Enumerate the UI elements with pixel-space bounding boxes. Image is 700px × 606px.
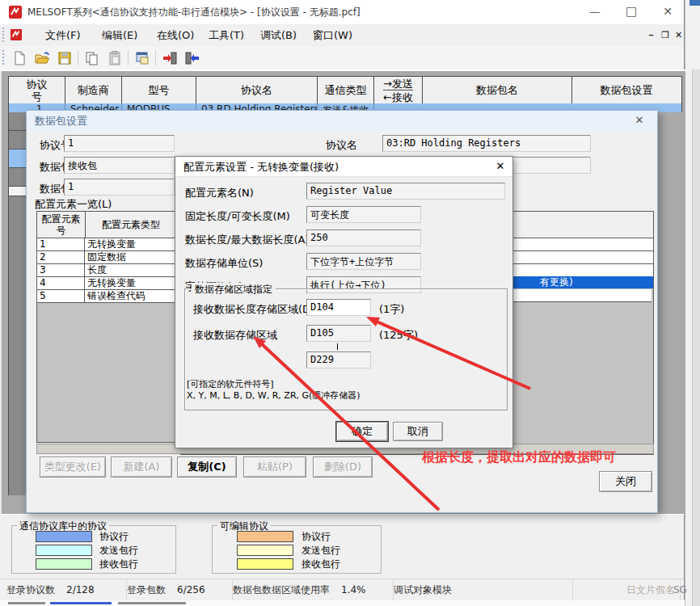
close-button[interactable]: 关闭 bbox=[599, 471, 652, 492]
status-packet-count: 登录包数 6/256 bbox=[120, 579, 233, 600]
background-window-sliver-bottom bbox=[0, 600, 685, 606]
col-send-recv[interactable]: →发送 ←接收 bbox=[374, 77, 423, 103]
status-bar: 登录协议数 2/128 登录包数 6/256 数据包数据区域使用率 1.4% 调… bbox=[0, 579, 684, 600]
module-window-icon[interactable] bbox=[133, 48, 152, 68]
toolbar-grip[interactable] bbox=[2, 50, 6, 65]
status-debug-target: 调试对象模块 bbox=[387, 579, 573, 600]
recv-data-area-label: 接收数据存储区域 bbox=[193, 328, 277, 343]
element-name-field[interactable]: Register Value bbox=[306, 183, 505, 200]
maximize-icon[interactable]: □ bbox=[614, 0, 649, 23]
length-type-field[interactable]: 可变长度 bbox=[306, 206, 421, 223]
data-length-field[interactable]: 250 bbox=[306, 229, 421, 246]
element-no: 2 bbox=[37, 251, 85, 263]
col-packet-setting[interactable]: 数据包设置 bbox=[572, 77, 681, 103]
recv-data-area-start-field[interactable]: D105 bbox=[306, 325, 371, 342]
mdi-child-icon[interactable] bbox=[10, 28, 23, 44]
toolbar bbox=[0, 46, 684, 70]
legend-label-recv: 接收包行 bbox=[302, 558, 340, 571]
element-row[interactable]: 5 错误检查代码 bbox=[37, 290, 176, 303]
copy-icon[interactable] bbox=[82, 48, 102, 68]
legend-label-send: 发送包行 bbox=[99, 544, 138, 558]
element-list-table[interactable]: 配置元素号 配置元素类型 1 无转换变量 2 固定数据 3 长度 4 无转换 bbox=[36, 211, 177, 443]
legend-swatch-protocol bbox=[237, 531, 293, 542]
col-comm-type[interactable]: 通信类型 bbox=[318, 77, 374, 103]
element-list-header: 配置元素号 配置元素类型 bbox=[37, 212, 176, 238]
background-link-fragment bbox=[50, 602, 112, 604]
storage-unit-field[interactable]: 下位字节+上位字节 bbox=[306, 253, 421, 270]
background-window-sliver-right bbox=[685, 0, 700, 606]
protocol-no-field[interactable]: 1 bbox=[64, 135, 175, 152]
toolbar-grip[interactable] bbox=[2, 27, 6, 42]
screenshot-root: MELSOFT系列<通信协议支持功能-串行通信模块> - [协议设置 - 无标题… bbox=[0, 0, 700, 606]
col-packet-name[interactable]: 数据包名 bbox=[423, 77, 572, 103]
protocol-name-field[interactable]: 03:RD Holding Registers bbox=[382, 135, 591, 152]
paste-button[interactable]: 粘贴(P) bbox=[243, 457, 306, 478]
legend-swatch-recv bbox=[36, 558, 92, 570]
toolbar-separator bbox=[128, 50, 129, 65]
legend-swatch-protocol bbox=[36, 531, 92, 542]
protocol-table-header: 协议号 制造商 型号 协议名 通信类型 →发送 ←接收 数据包名 数据包设置 bbox=[8, 76, 682, 104]
element-type: 无转换变量 bbox=[85, 277, 176, 289]
status-value: 1.4% bbox=[341, 584, 366, 595]
menu-bar: 文件(F) 编辑(E) 在线(O) 工具(T) 调试(B) 窗口(W) － ❐ … bbox=[0, 24, 684, 47]
legend-editable-group: 可编辑协议 协议行 发送包行 接收包行 bbox=[212, 525, 382, 574]
col-protocol-name[interactable]: 协议名 bbox=[196, 77, 318, 103]
dialog-title: 数据包设置 bbox=[35, 114, 87, 128]
element-no: 5 bbox=[37, 290, 85, 302]
melsoft-logo-icon bbox=[8, 5, 23, 23]
element-row[interactable]: 1 无转换变量 bbox=[37, 238, 176, 251]
device-hint-title: [可指定的软元件符号] bbox=[187, 378, 274, 390]
recv-length-area-label: 接收数据长度存储区域(D) bbox=[193, 302, 314, 317]
menu-file[interactable]: 文件(F) bbox=[42, 27, 84, 43]
element-name-label: 配置元素名(N) bbox=[185, 186, 254, 200]
packet-type-field[interactable]: 接收包 bbox=[64, 157, 175, 174]
col-model[interactable]: 型号 bbox=[122, 77, 196, 103]
new-file-icon[interactable] bbox=[10, 48, 29, 68]
close-icon[interactable]: ✕ bbox=[631, 113, 647, 128]
col-protocol-no[interactable]: 协议号 bbox=[9, 77, 65, 103]
mdi-restore-icon[interactable]: ❐ bbox=[658, 27, 673, 43]
mdi-close-icon[interactable]: ✕ bbox=[672, 27, 685, 43]
close-icon[interactable]: ✕ bbox=[650, 0, 685, 23]
window-titlebar[interactable]: MELSOFT系列<通信协议支持功能-串行通信模块> - [协议设置 - 无标题… bbox=[0, 0, 684, 25]
element-row[interactable]: 3 长度 bbox=[37, 264, 176, 277]
save-icon[interactable] bbox=[55, 48, 74, 68]
background-window-fragment bbox=[692, 69, 700, 606]
new-button[interactable]: 新建(A) bbox=[111, 457, 172, 478]
minimize-icon[interactable]: — bbox=[577, 0, 613, 23]
write-to-module-icon[interactable] bbox=[160, 48, 179, 68]
menu-online[interactable]: 在线(O) bbox=[154, 27, 197, 43]
paste-icon[interactable] bbox=[105, 48, 124, 68]
dialog-titlebar[interactable]: 配置元素设置 - 无转换变量(接收) ✕ bbox=[175, 157, 512, 177]
data-length-label: 数据长度/最大数据长度(A) bbox=[185, 233, 309, 247]
col-manufacturer[interactable]: 制造商 bbox=[65, 77, 122, 103]
element-row[interactable]: 2 固定数据 bbox=[37, 251, 176, 264]
close-icon[interactable]: ✕ bbox=[492, 159, 508, 174]
recv-length-size: (1字) bbox=[379, 302, 404, 317]
ok-button[interactable]: 确定 bbox=[336, 422, 388, 441]
status-usage: 数据包数据区域使用率 1.4% bbox=[226, 579, 394, 600]
status-protocol-count: 登录协议数 2/128 bbox=[0, 579, 127, 600]
mdi-minimize-icon[interactable]: － bbox=[643, 27, 659, 43]
dialog-titlebar[interactable]: 数据包设置 ✕ bbox=[27, 111, 657, 130]
menu-debug[interactable]: 调试(B) bbox=[257, 27, 300, 43]
open-file-icon[interactable] bbox=[32, 48, 52, 68]
change-type-button[interactable]: 类型更改(E) bbox=[40, 457, 106, 478]
copy-button[interactable]: 复制(C) bbox=[177, 457, 237, 478]
recv-data-area-end-field[interactable]: D229 bbox=[306, 351, 371, 368]
read-from-module-icon[interactable] bbox=[183, 48, 202, 68]
menu-edit[interactable]: 编辑(E) bbox=[99, 27, 141, 43]
menu-window[interactable]: 窗口(W) bbox=[310, 27, 356, 43]
col-element-no: 配置元素号 bbox=[37, 212, 86, 238]
packet-no-field[interactable]: 1 bbox=[64, 179, 175, 196]
legend-swatch-send bbox=[36, 545, 92, 556]
background-window-fragment bbox=[689, 0, 700, 6]
cancel-button[interactable]: 取消 bbox=[393, 422, 443, 441]
element-no: 4 bbox=[37, 277, 85, 289]
delete-button[interactable]: 删除(D) bbox=[313, 457, 373, 478]
element-row[interactable]: 4 无转换变量 bbox=[37, 277, 176, 290]
recv-length-area-field[interactable]: D104 bbox=[306, 299, 371, 316]
device-hint-body: X, Y, M, L, B, D, W, R, ZR, G(缓冲存储器) bbox=[187, 389, 361, 402]
menu-tools[interactable]: 工具(T) bbox=[205, 27, 247, 43]
legend-label-protocol: 协议行 bbox=[302, 530, 331, 544]
